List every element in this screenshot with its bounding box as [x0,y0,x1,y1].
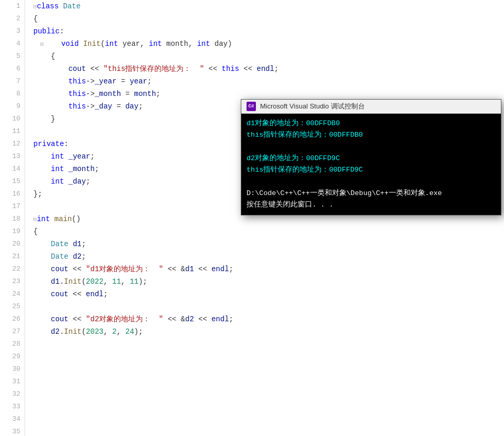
debug-line-7: D:\Code\C++\C++一类和对象\Debug\C++一类和对象.exe [247,188,496,199]
code-line-20: Date d1; [33,238,504,250]
debug-line-6 [247,176,496,187]
code-content: ⊟class Date { public: ⊟ void Init(int ye… [25,0,504,436]
debug-title: Microsoft Visual Studio 调试控制台 [260,102,365,111]
line-numbers: 1 2 3 4 5 6 7 8 9 10 11 12 13 14 15 16 1… [0,0,25,436]
debug-line-2: this指针保存的地址为：00DFFDB0 [247,129,496,141]
debug-line-4: d2对象的地址为：00DFFD9C [247,153,496,164]
code-line-27: d2.Init(2023, 2, 24); [33,325,504,338]
code-line-25 [33,300,504,313]
code-line-2: { [33,13,504,25]
code-line-21: Date d2; [33,250,504,263]
debug-line-1: d1对象的地址为：00DFFDB0 [247,118,496,129]
debug-titlebar: C# Microsoft Visual Studio 调试控制台 [241,100,501,114]
code-editor: 1 2 3 4 5 6 7 8 9 10 11 12 13 14 15 16 1… [0,0,504,436]
code-line-3: public: [33,25,504,38]
code-line-26: cout << "d2对象的地址为： " << &d2 << endl; [33,313,504,325]
debug-output: d1对象的地址为：00DFFDB0 this指针保存的地址为：00DFFDB0 … [241,114,501,215]
code-line-1: ⊟class Date [33,0,504,13]
debug-line-3 [247,141,496,153]
code-line-6: cout << "this指针保存的地址为： " << this << endl… [33,63,504,75]
code-line-22: cout << "d1对象的地址为： " << &d1 << endl; [33,263,504,275]
debug-line-8: 按任意键关闭此窗口. . . [247,199,496,211]
code-line-4: ⊟ void Init(int year, int month, int day… [33,38,504,50]
debug-console[interactable]: C# Microsoft Visual Studio 调试控制台 d1对象的地址… [241,99,501,215]
vs-icon: C# [247,102,256,111]
code-line-19: { [33,225,504,238]
code-line-8: this->_month = month; [33,88,504,100]
code-line-5: { [33,50,504,63]
code-line-23: d1.Init(2022, 11, 11); [33,275,504,288]
code-line-7: this->_year = year; [33,75,504,88]
code-line-24: cout << endl; [33,288,504,300]
debug-line-5: this指针保存的地址为：00DFFD9C [247,164,496,176]
